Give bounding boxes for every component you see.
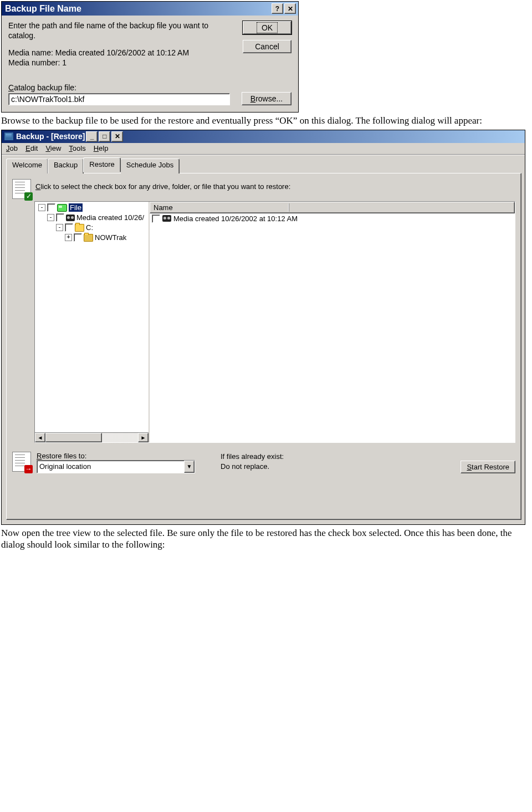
tree-checkbox[interactable] (65, 223, 73, 232)
tree-label-media: Media created 10/26/ (76, 213, 144, 222)
menu-bar: Job Edit View Tools Help (2, 143, 525, 155)
restore-target-icon (12, 452, 31, 472)
menu-help[interactable]: Help (94, 144, 109, 152)
files-exist-value: Do not replace. (221, 462, 284, 472)
tree-label-nowtrak: NOWTrak (95, 233, 126, 242)
catalog-file-input[interactable] (8, 93, 230, 105)
dialog-instruction-text: Enter the path and file name of the back… (8, 21, 219, 40)
tab-backup[interactable]: Backup (48, 159, 84, 173)
list-pane[interactable]: Name Media created 10/26/2002 at 10:12 A… (149, 202, 515, 442)
collapse-icon[interactable]: - (38, 204, 45, 211)
tree-node-nowtrak[interactable]: + NOWTrak (36, 233, 149, 243)
tree-checkbox[interactable] (56, 213, 64, 222)
restore-instruction-text: Click to select the check box for any dr… (35, 179, 290, 191)
window-title-text: Backup - [Restore] (16, 132, 85, 141)
menu-job[interactable]: Job (6, 144, 18, 152)
tree-checkbox[interactable] (47, 203, 55, 212)
file-root-icon (57, 204, 67, 212)
tab-welcome[interactable]: Welcome (6, 159, 48, 173)
tab-restore[interactable]: Restore (83, 157, 121, 172)
dialog-titlebar: Backup File Name ? ✕ (2, 2, 298, 16)
collapse-icon[interactable]: - (56, 224, 63, 231)
collapse-icon[interactable]: - (47, 214, 54, 221)
start-restore-button[interactable]: Start Restore (461, 461, 515, 473)
column-blank[interactable] (289, 203, 511, 212)
list-item-media[interactable]: Media created 10/26/2002 at 10:12 AM (150, 213, 515, 224)
media-number-text: Media number: 1 (8, 58, 291, 68)
expand-icon[interactable]: + (65, 234, 72, 241)
tape-icon (66, 215, 75, 221)
tree-node-drive-c[interactable]: - C: (36, 223, 149, 233)
window-titlebar: Backup - [Restore] _ □ ✕ (2, 130, 525, 143)
ok-button[interactable]: OK (243, 21, 291, 34)
app-icon (4, 132, 14, 141)
tree-label-file: File (69, 203, 83, 212)
close-icon[interactable]: ✕ (111, 131, 123, 142)
body-paragraph-2: Now open the tree view to the selected f… (1, 527, 530, 551)
tape-icon (162, 215, 171, 222)
list-item-label: Media created 10/26/2002 at 10:12 AM (173, 215, 298, 223)
help-icon[interactable]: ? (272, 3, 283, 14)
horizontal-scrollbar[interactable]: ◄ ► (35, 432, 149, 442)
tree-node-media[interactable]: - Media created 10/26/ (36, 213, 149, 223)
restore-checklist-icon (12, 179, 31, 199)
chevron-down-icon[interactable]: ▼ (184, 461, 195, 473)
cancel-button[interactable]: Cancel (243, 40, 291, 53)
maximize-icon[interactable]: □ (99, 131, 110, 142)
files-exist-label: If files already exist: (221, 452, 284, 462)
list-header[interactable]: Name (150, 202, 515, 213)
tree-label-drive: C: (86, 223, 93, 232)
list-checkbox[interactable] (152, 215, 160, 223)
restore-files-to-label: Restore files to: (37, 452, 195, 460)
tab-schedule-jobs[interactable]: Schedule Jobs (120, 159, 180, 173)
menu-view[interactable]: View (45, 144, 61, 152)
browse-button[interactable]: Browse... (242, 92, 291, 105)
dialog-title-text: Backup File Name (5, 4, 81, 14)
folder-open-icon (75, 224, 84, 232)
body-paragraph-1: Browse to the backup file to be used for… (1, 115, 530, 126)
minimize-icon[interactable]: _ (86, 131, 98, 142)
backup-restore-window: Backup - [Restore] _ □ ✕ Job Edit View T… (1, 130, 525, 525)
restore-location-select[interactable]: Original location ▼ (37, 460, 195, 473)
scroll-left-icon[interactable]: ◄ (35, 433, 45, 442)
close-icon[interactable]: ✕ (284, 3, 296, 14)
tree-pane[interactable]: - File - Media created 10/26/ - (35, 202, 149, 442)
tab-strip: Welcome Backup Restore Schedule Jobs (6, 158, 521, 173)
tree-checkbox[interactable] (74, 233, 82, 242)
folder-closed-icon (84, 234, 93, 242)
column-name[interactable]: Name (154, 203, 289, 212)
restore-tab-page: Click to select the check box for any dr… (6, 173, 521, 520)
scroll-right-icon[interactable]: ► (138, 433, 149, 442)
menu-edit[interactable]: Edit (25, 144, 38, 152)
menu-tools[interactable]: Tools (69, 144, 85, 152)
backup-file-name-dialog: Backup File Name ? ✕ OK Cancel Enter the… (1, 1, 299, 113)
restore-location-value: Original location (39, 462, 91, 471)
tree-node-file[interactable]: - File (36, 203, 149, 213)
scroll-thumb[interactable] (45, 433, 102, 442)
